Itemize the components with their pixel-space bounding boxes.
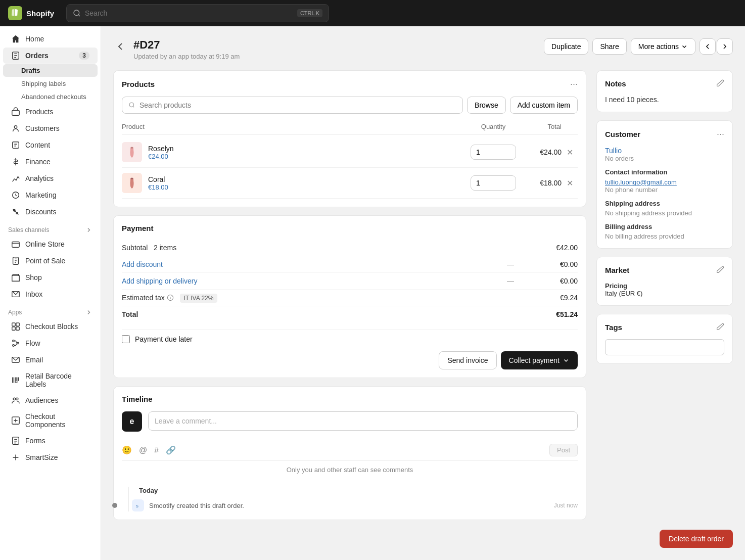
remove-product-0[interactable]: ✕	[562, 148, 578, 157]
svg-rect-5	[13, 142, 19, 149]
products-menu-button[interactable]: ···	[570, 79, 578, 89]
search-input[interactable]	[85, 9, 293, 17]
back-button[interactable]	[113, 39, 127, 55]
sidebar-item-products[interactable]: Products	[3, 104, 98, 120]
sidebar-item-finance[interactable]: Finance	[3, 154, 98, 170]
link-icon[interactable]: 🔗	[166, 445, 176, 455]
sidebar-item-retail-barcode[interactable]: Retail Barcode Labels	[3, 368, 98, 392]
product-search-box[interactable]	[122, 97, 463, 114]
sidebar-item-audiences[interactable]: Audiences	[3, 392, 98, 408]
table-row: Coral €18.00 €18.00 ✕	[122, 168, 578, 199]
sidebar-item-home[interactable]: Home	[3, 31, 98, 47]
chevron-right-icon	[85, 226, 92, 234]
share-button[interactable]: Share	[592, 38, 626, 55]
content-icon	[11, 141, 20, 150]
sidebar-item-discounts[interactable]: Discounts	[3, 204, 98, 220]
sidebar-item-content[interactable]: Content	[3, 137, 98, 153]
notes-edit-icon	[716, 79, 724, 87]
remove-product-1[interactable]: ✕	[562, 178, 578, 188]
timeline-card: Timeline e Leave a comment... 🙂 @ #	[113, 386, 586, 520]
svg-rect-3	[12, 110, 19, 115]
more-actions-button[interactable]: More actions	[631, 38, 695, 55]
post-button[interactable]: Post	[549, 444, 578, 456]
mention-icon[interactable]: @	[139, 446, 147, 455]
sidebar-item-checkout-blocks[interactable]: Checkout Blocks	[3, 318, 98, 335]
timeline-dot	[112, 503, 117, 508]
tags-edit-icon	[716, 322, 724, 331]
customer-email[interactable]: tullio.luongo@gmail.com	[605, 178, 677, 186]
emoji-icon[interactable]: 🙂	[122, 445, 132, 455]
search-shortcut: CTRL K	[297, 9, 322, 17]
timeline-notice: Only you and other staff can see comment…	[122, 461, 578, 479]
customer-menu-button[interactable]: ···	[717, 129, 724, 139]
next-button[interactable]	[717, 38, 733, 55]
prev-button[interactable]	[700, 38, 716, 55]
apps-chevron-icon	[85, 309, 92, 316]
customers-icon	[11, 124, 20, 133]
notes-edit-button[interactable]	[716, 79, 724, 88]
col-qty-header: Quantity	[465, 123, 521, 130]
sidebar-item-orders[interactable]: Orders 3	[3, 48, 98, 64]
collect-payment-button[interactable]: Collect payment	[501, 351, 578, 369]
qty-input-1[interactable]	[471, 175, 516, 191]
sidebar-item-analytics[interactable]: Analytics	[3, 170, 98, 186]
svg-rect-9	[12, 323, 15, 326]
delete-draft-order-button[interactable]: Delete draft order	[660, 530, 733, 548]
app-logo[interactable]: Shopify	[8, 6, 54, 20]
orders-badge: 3	[79, 52, 89, 60]
sales-channels-section: Sales channels	[0, 220, 101, 236]
timeline-date: Today	[139, 487, 578, 494]
sidebar-item-inbox[interactable]: Inbox	[3, 286, 98, 302]
payment-card: Payment Subtotal 2 items €42.00 Add disc…	[113, 215, 586, 378]
duplicate-button[interactable]: Duplicate	[544, 38, 588, 55]
avatar: e	[122, 411, 142, 432]
sidebar-item-email[interactable]: Email	[3, 352, 98, 368]
add-custom-item-button[interactable]: Add custom item	[510, 97, 578, 114]
product-image-1	[122, 173, 142, 193]
sidebar-item-online-store[interactable]: Online Store	[3, 236, 98, 252]
flow-icon	[11, 339, 20, 348]
svg-point-4	[14, 126, 17, 128]
browse-button[interactable]: Browse	[467, 97, 506, 114]
sidebar-subitem-abandoned[interactable]: Abandoned checkouts	[3, 90, 98, 103]
checkout-blocks-icon	[11, 322, 20, 331]
billing-address-text: No billing address provided	[605, 232, 724, 240]
send-invoice-button[interactable]: Send invoice	[439, 351, 496, 369]
svg-text:S: S	[136, 504, 138, 508]
sidebar-item-flow[interactable]: Flow	[3, 335, 98, 351]
sidebar-item-customers[interactable]: Customers	[3, 120, 98, 136]
products-search-row: Browse Add custom item	[122, 97, 578, 114]
page-header: #D27 Updated by an app today at 9:19 am …	[113, 38, 733, 60]
svg-rect-12	[16, 327, 19, 330]
tags-edit-button[interactable]	[716, 322, 724, 332]
sidebar-item-smartsize[interactable]: SmartSize	[3, 449, 98, 465]
product-search-input[interactable]	[139, 101, 456, 109]
market-card: Market Pricing Italy (EUR €)	[596, 257, 733, 306]
search-bar[interactable]: CTRL K	[66, 4, 329, 22]
sidebar-item-forms[interactable]: Forms	[3, 433, 98, 449]
comment-input[interactable]: Leave a comment...	[148, 411, 578, 431]
sidebar-subitem-shipping[interactable]: Shipping labels	[3, 77, 98, 90]
add-discount-link[interactable]: Add discount	[122, 260, 163, 268]
notes-card-title: Notes	[605, 79, 626, 88]
sidebar-item-shop[interactable]: Shop	[3, 269, 98, 286]
shipping-address-section: Shipping address No shipping address pro…	[605, 200, 724, 217]
add-shipping-link[interactable]: Add shipping or delivery	[122, 277, 197, 285]
shipping-dash: —	[507, 277, 537, 285]
audiences-icon	[11, 396, 20, 405]
sidebar-item-checkout-components[interactable]: Checkout Components	[3, 409, 98, 432]
bottle-icon-1	[126, 177, 138, 189]
timeline-comment-row: e Leave a comment...	[122, 411, 578, 432]
tags-input[interactable]	[605, 339, 724, 355]
sidebar-item-marketing[interactable]: Marketing	[3, 187, 98, 203]
payment-due-checkbox[interactable]	[122, 335, 130, 343]
smootify-icon-badge: S	[132, 499, 144, 511]
customer-name-link[interactable]: Tullio	[605, 147, 622, 155]
hashtag-icon[interactable]: #	[154, 446, 159, 455]
qty-input-0[interactable]	[471, 145, 516, 160]
market-edit-button[interactable]	[716, 265, 724, 275]
col-product-header: Product	[122, 123, 465, 130]
sidebar-item-pos[interactable]: Point of Sale	[3, 253, 98, 269]
page-subtitle: Updated by an app today at 9:19 am	[133, 53, 240, 60]
sidebar-subitem-drafts[interactable]: Drafts	[3, 64, 98, 77]
